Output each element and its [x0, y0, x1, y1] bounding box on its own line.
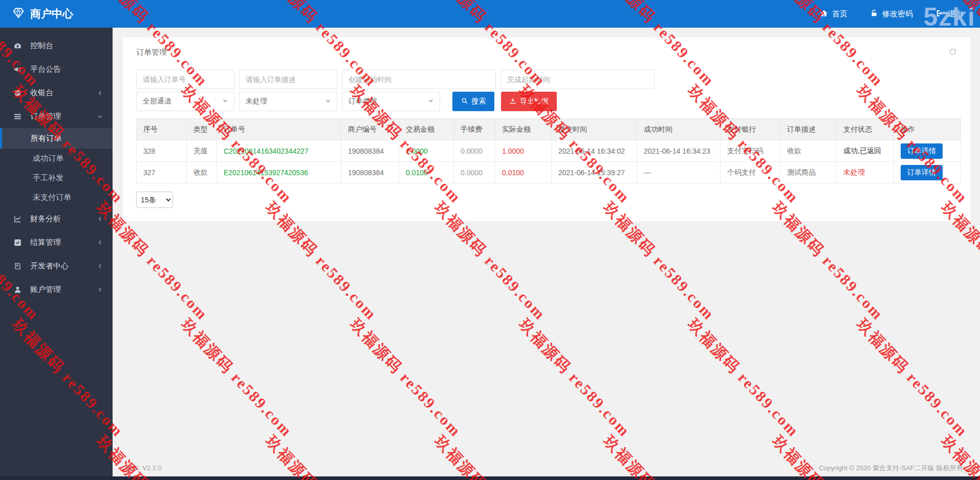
- book-icon: [13, 262, 24, 270]
- page-size-select[interactable]: 15条: [136, 192, 173, 208]
- sidebar-subitem-label: 未支付订单: [33, 193, 71, 202]
- sidebar-item-0[interactable]: 控制台: [0, 34, 113, 57]
- column-header: 提交时间: [552, 119, 637, 140]
- sidebar-item-7[interactable]: 账户管理: [0, 278, 113, 301]
- caret-down-icon: [325, 100, 331, 103]
- column-header: 交易金额: [399, 119, 454, 140]
- column-header: 成功时间: [637, 119, 721, 140]
- header-nav-home[interactable]: 首页: [820, 9, 847, 19]
- signout-icon: [935, 9, 944, 19]
- sidebar: 控制台平台公告收银台订单管理所有订单成功订单手工补发未支付订单财务分析结算管理开…: [0, 28, 113, 480]
- status-select[interactable]: 未处理: [239, 92, 337, 111]
- table-row: 327收款E202106141539274205361908083840.010…: [137, 162, 961, 183]
- chart-icon: [13, 215, 24, 223]
- create-time-input[interactable]: [342, 70, 496, 89]
- sidebar-subitem-3[interactable]: 未支付订单: [0, 187, 113, 207]
- cell-商户编号: 190808384: [341, 140, 399, 162]
- home-icon: [820, 9, 828, 19]
- export-data-button[interactable]: 导出数据: [501, 92, 557, 111]
- cell-提交时间: 2021-06-14 16:34:02: [552, 140, 637, 162]
- cell-订单描述: 测试商品: [780, 162, 837, 183]
- column-header: 支付银行: [721, 119, 780, 140]
- bullhorn-icon: [13, 65, 24, 74]
- sidebar-subitem-label: 手工补发: [33, 173, 63, 183]
- cell-类型: 充值: [187, 140, 217, 162]
- select-value: 未处理: [246, 97, 267, 106]
- chevron-left-icon: [97, 263, 103, 269]
- cell-支付状态: 成功,已返回: [837, 140, 894, 162]
- column-header: 类型: [187, 119, 217, 140]
- cell-成功时间: ---: [637, 162, 721, 183]
- footer-copyright: Copyright © 2020 聚合支付-SAF二开版 版权所有.: [819, 464, 965, 473]
- filter-row-inputs: [136, 70, 957, 89]
- sidebar-subitem-0[interactable]: 所有订单: [0, 128, 113, 149]
- cell-actions: 订单详情: [894, 140, 961, 162]
- chevron-left-icon: [97, 239, 103, 246]
- gem-icon: [12, 7, 25, 22]
- sidebar-item-4[interactable]: 财务分析: [0, 207, 113, 231]
- finish-time-input[interactable]: [500, 70, 655, 89]
- app-header: 商户中心 首页修改密码退出: [0, 0, 980, 28]
- shield-check-icon: [13, 89, 24, 97]
- chevron-left-icon: [97, 216, 103, 222]
- header-nav-label: 修改密码: [882, 9, 913, 19]
- order-detail-button[interactable]: 订单详情: [901, 143, 943, 159]
- sidebar-subitem-1[interactable]: 成功订单: [0, 149, 113, 168]
- column-header: 实际金额: [495, 119, 552, 140]
- sidebar-item-2[interactable]: 收银台: [0, 81, 113, 105]
- cell-actions: 订单详情: [894, 162, 961, 183]
- channel-select[interactable]: 全部通道: [136, 92, 234, 111]
- cell-序号: 327: [137, 162, 187, 183]
- brand-title: 商户中心: [30, 7, 73, 21]
- sidebar-item-1[interactable]: 平台公告: [0, 57, 113, 81]
- cell-序号: 328: [137, 140, 187, 162]
- page-title: 订单管理: [136, 48, 167, 57]
- caret-down-icon: [223, 100, 228, 103]
- table-row: 328充值C202106141634023442271908083841.000…: [137, 140, 961, 162]
- sidebar-item-5[interactable]: 结算管理: [0, 231, 113, 254]
- sidebar-item-label: 订单管理: [30, 112, 61, 121]
- search-button[interactable]: 搜索: [452, 92, 494, 111]
- cell-手续费: 0.0000: [454, 162, 495, 183]
- cell-实际金额: 1.0000: [495, 140, 552, 162]
- sidebar-item-label: 控制台: [30, 41, 53, 51]
- cell-订单号: E20210614153927420536: [217, 162, 341, 183]
- column-header: 手续费: [454, 119, 495, 140]
- sidebar-subitem-2[interactable]: 手工补发: [0, 168, 113, 187]
- select-value: 全部通道: [143, 97, 171, 106]
- order-detail-button[interactable]: 订单详情: [901, 165, 943, 180]
- check-square-icon: [13, 238, 24, 247]
- order-desc-input[interactable]: [239, 70, 337, 89]
- refresh-icon[interactable]: [949, 48, 957, 57]
- sidebar-item-label: 账户管理: [30, 285, 61, 295]
- order-no-input[interactable]: [136, 70, 234, 89]
- column-header: 订单描述: [780, 119, 837, 140]
- sidebar-item-label: 开发者中心: [30, 261, 69, 271]
- caret-down-icon: [428, 100, 433, 103]
- header-nav-change-password[interactable]: 修改密码: [870, 9, 913, 19]
- chevron-down-icon: [97, 113, 103, 120]
- cell-支付状态: 未处理: [837, 162, 894, 183]
- pagination: 15条: [136, 192, 957, 208]
- chevron-left-icon: [97, 286, 103, 293]
- sidebar-item-3[interactable]: 订单管理: [0, 105, 113, 128]
- column-header: 订单号: [217, 119, 341, 140]
- cell-交易金额: 0.0100: [399, 162, 454, 183]
- order-type-select[interactable]: 订单类型: [342, 92, 440, 111]
- brand: 商户中心: [0, 7, 113, 22]
- header-nav-logout[interactable]: 退出: [935, 9, 963, 19]
- sidebar-item-label: 结算管理: [30, 238, 61, 247]
- search-icon: [461, 97, 468, 106]
- header-nav: 首页修改密码退出: [820, 9, 980, 19]
- sidebar-subitem-label: 所有订单: [31, 134, 61, 143]
- order-management-card: 订单管理 全部通道未处理订单类型搜索导出数据 序号类型订单号商户编号交易金额手续…: [123, 37, 970, 221]
- cell-订单描述: 收款: [780, 140, 837, 162]
- column-header: 操作: [894, 119, 961, 140]
- cell-类型: 收款: [187, 162, 217, 183]
- cell-手续费: 0.0000: [454, 140, 495, 162]
- column-header: 序号: [137, 119, 187, 140]
- sidebar-item-6[interactable]: 开发者中心: [0, 254, 113, 278]
- orders-table: 序号类型订单号商户编号交易金额手续费实际金额提交时间成功时间支付银行订单描述支付…: [136, 118, 961, 183]
- main-area: 订单管理 全部通道未处理订单类型搜索导出数据 序号类型订单号商户编号交易金额手续…: [113, 28, 980, 480]
- column-header: 商户编号: [341, 119, 399, 140]
